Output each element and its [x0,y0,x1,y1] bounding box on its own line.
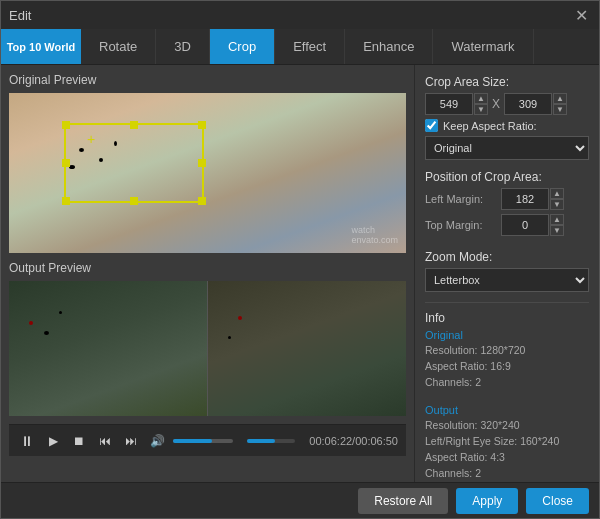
top-margin-label: Top Margin: [425,219,497,231]
crop-selection-box[interactable] [64,123,204,203]
progress-fill [247,439,275,443]
media-controls: ⏸ ▶ ⏹ ⏮ ⏭ 🔊 00:06:22/00:06:50 [9,424,406,456]
time-display: 00:06:22/00:06:50 [309,435,398,447]
left-margin-spinbox: ▲ ▼ [501,188,564,210]
top-margin-row: Top Margin: ▲ ▼ [425,214,589,236]
info-section: Info Original Resolution: 1280*720 Aspec… [425,302,589,481]
left-margin-input[interactable] [501,188,549,210]
left-margin-spin-arrows: ▲ ▼ [550,188,564,210]
output-preview-label: Output Preview [9,261,406,275]
tab-rotate[interactable]: Rotate [81,29,156,64]
top-margin-down-arrow[interactable]: ▼ [550,225,564,236]
left-margin-row: Left Margin: ▲ ▼ [425,188,589,210]
tab-crop[interactable]: Crop [210,29,275,64]
width-spin-arrows: ▲ ▼ [474,93,488,115]
bottom-action-bar: Restore All Apply Close [1,482,599,518]
prev-button[interactable]: ⏮ [95,434,115,448]
aspect-ratio-select[interactable]: Original [425,136,589,160]
output-video-content [9,281,406,416]
crop-handle-bm[interactable] [130,197,138,205]
crop-area-size-section: Crop Area Size: ▲ ▼ X ▲ ▼ [425,75,589,160]
info-title: Info [425,311,589,325]
width-down-arrow[interactable]: ▼ [474,104,488,115]
crop-handle-ml[interactable] [62,159,70,167]
keep-aspect-row: Keep Aspect Ratio: [425,119,589,132]
output-resolution: Resolution: 320*240 [425,418,589,434]
title-bar: Edit ✕ [1,1,599,29]
zoom-mode-section: Zoom Mode: Letterbox [425,250,589,292]
height-spinbox: ▲ ▼ [504,93,567,115]
crop-area-size-label: Crop Area Size: [425,75,589,89]
original-preview-label: Original Preview [9,73,406,87]
width-spinbox: ▲ ▼ [425,93,488,115]
original-video-content: + watchenvato.com [9,93,406,253]
left-margin-up-arrow[interactable]: ▲ [550,188,564,199]
zoom-mode-select[interactable]: Letterbox [425,268,589,292]
main-content: Original Preview [1,65,599,482]
left-margin-down-arrow[interactable]: ▼ [550,199,564,210]
output-group-title: Output [425,404,589,416]
output-channels: Channels: 2 [425,466,589,482]
output-aspect: Aspect Ratio: 4:3 [425,450,589,466]
apply-button[interactable]: Apply [456,488,518,514]
height-spin-arrows: ▲ ▼ [553,93,567,115]
tab-bar: Top 10 World Rotate 3D Crop Effect Enhan… [1,29,599,65]
original-aspect: Aspect Ratio: 16:9 [425,359,589,375]
edit-window: Edit ✕ Top 10 World Rotate 3D Crop Effec… [0,0,600,519]
crop-handle-bl[interactable] [62,197,70,205]
width-input[interactable] [425,93,473,115]
crop-handle-br[interactable] [198,197,206,205]
crop-crosshair: + [87,131,95,147]
original-preview-section: Original Preview [9,73,406,253]
top-margin-spinbox: ▲ ▼ [501,214,564,236]
width-up-arrow[interactable]: ▲ [474,93,488,104]
original-group-title: Original [425,329,589,341]
play-button[interactable]: ▶ [43,434,63,448]
right-panel: Crop Area Size: ▲ ▼ X ▲ ▼ [414,65,599,482]
top-margin-up-arrow[interactable]: ▲ [550,214,564,225]
volume-slider[interactable] [173,439,233,443]
left-panel: Original Preview [1,65,414,482]
position-label: Position of Crop Area: [425,170,589,184]
position-section: Position of Crop Area: Left Margin: ▲ ▼ … [425,170,589,240]
watermark-text: watchenvato.com [351,225,398,245]
crop-size-inputs: ▲ ▼ X ▲ ▼ [425,93,589,115]
keep-aspect-checkbox[interactable] [425,119,438,132]
crop-handle-tm[interactable] [130,121,138,129]
window-title: Edit [9,8,571,23]
zoom-mode-label: Zoom Mode: [425,250,589,264]
logo-tab: Top 10 World [1,29,81,64]
top-margin-spin-arrows: ▲ ▼ [550,214,564,236]
volume-fill [173,439,212,443]
volume-icon: 🔊 [147,434,167,448]
stop-button[interactable]: ⏹ [69,434,89,448]
crop-handle-mr[interactable] [198,159,206,167]
top-margin-input[interactable] [501,214,549,236]
tab-enhance[interactable]: Enhance [345,29,433,64]
play-pause-button[interactable]: ⏸ [17,433,37,449]
output-preview-box [9,281,406,416]
height-down-arrow[interactable]: ▼ [553,104,567,115]
height-up-arrow[interactable]: ▲ [553,93,567,104]
height-input[interactable] [504,93,552,115]
tab-3d[interactable]: 3D [156,29,210,64]
close-window-button[interactable]: ✕ [571,5,591,25]
tab-watermark[interactable]: Watermark [433,29,533,64]
close-button[interactable]: Close [526,488,589,514]
output-eye-size: Left/Right Eye Size: 160*240 [425,434,589,450]
output-left-eye [9,281,208,416]
progress-bar[interactable] [247,439,295,443]
size-separator: X [492,97,500,111]
original-channels: Channels: 2 [425,375,589,391]
crop-handle-tr[interactable] [198,121,206,129]
output-preview-section: Output Preview [9,261,406,416]
left-margin-label: Left Margin: [425,193,497,205]
tab-effect[interactable]: Effect [275,29,345,64]
original-resolution: Resolution: 1280*720 [425,343,589,359]
crop-handle-tl[interactable] [62,121,70,129]
output-right-eye [208,281,406,416]
next-button[interactable]: ⏭ [121,434,141,448]
keep-aspect-label: Keep Aspect Ratio: [443,120,537,132]
original-preview-box: + watchenvato.com [9,93,406,253]
restore-all-button[interactable]: Restore All [358,488,448,514]
